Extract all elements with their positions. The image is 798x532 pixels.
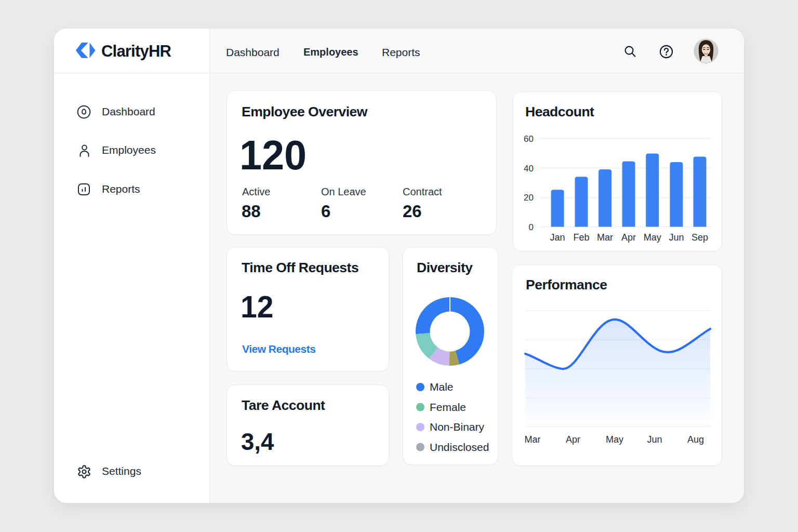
svg-text:Jun: Jun xyxy=(647,434,662,445)
svg-text:Apr: Apr xyxy=(621,232,636,243)
svg-text:Sep: Sep xyxy=(691,232,708,243)
svg-text:Undisclosed: Undisclosed xyxy=(430,441,489,453)
svg-text:0: 0 xyxy=(529,222,534,232)
svg-text:May: May xyxy=(606,434,623,445)
svg-text:20: 20 xyxy=(524,193,534,203)
svg-text:Aug: Aug xyxy=(687,434,704,445)
svg-text:May: May xyxy=(644,232,661,243)
svg-text:Female: Female xyxy=(430,401,466,413)
svg-text:60: 60 xyxy=(524,134,534,144)
svg-text:Non-Binary: Non-Binary xyxy=(430,421,485,433)
svg-text:Jan: Jan xyxy=(550,232,565,243)
svg-text:40: 40 xyxy=(524,164,534,174)
svg-text:Jun: Jun xyxy=(669,232,684,243)
svg-text:Feb: Feb xyxy=(573,232,589,243)
svg-text:Apr: Apr xyxy=(566,434,580,445)
svg-text:Mar: Mar xyxy=(597,232,613,243)
svg-text:Mar: Mar xyxy=(525,434,541,445)
svg-text:Male: Male xyxy=(430,381,454,393)
